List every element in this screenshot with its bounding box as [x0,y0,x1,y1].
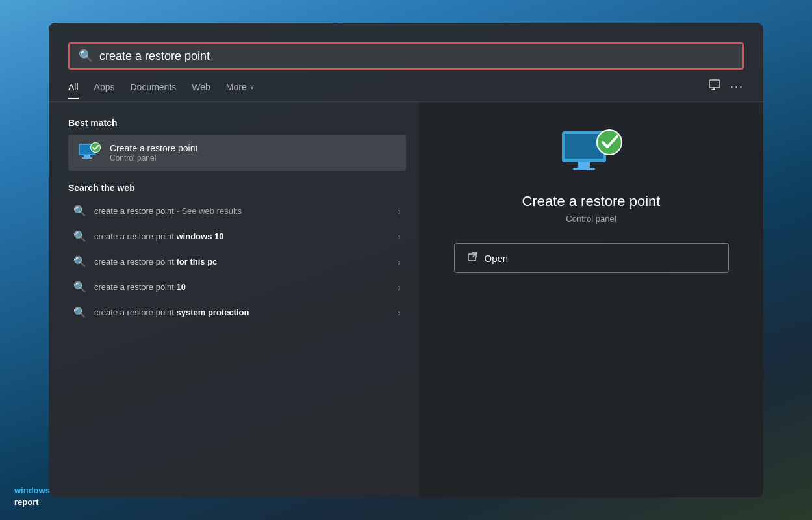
svg-rect-2 [713,88,715,89]
web-result-3[interactable]: 🔍 create a restore point 10 › [68,274,406,300]
svg-rect-1 [711,89,715,90]
tabs-row: All Apps Documents Web More ∨ ··· [49,70,763,102]
tab-web[interactable]: Web [192,82,210,99]
tabs-right-actions: ··· [708,79,744,101]
tab-more[interactable]: More ∨ [226,82,255,99]
right-panel-app-subtitle: Control panel [566,214,616,224]
svg-rect-0 [709,80,720,88]
app-icon-large [559,128,624,180]
svg-line-16 [473,253,477,257]
chevron-right-icon-0: › [398,206,401,216]
search-bar-container: 🔍 create a restore point [68,42,744,70]
chevron-right-icon-1: › [398,231,401,242]
svg-point-14 [598,131,621,154]
main-content: Best match Create a restore point Contro… [49,102,763,497]
best-match-app-icon [77,141,101,164]
web-result-text-4: create a restore point system protection [94,307,390,317]
chevron-right-icon-4: › [398,307,401,318]
svg-rect-5 [84,155,90,157]
feedback-button[interactable] [708,79,721,95]
web-result-text-0: create a restore point - See web results [94,206,390,216]
search-icon: 🔍 [79,49,93,63]
web-search-icon-1: 🔍 [73,230,86,242]
web-result-text-2: create a restore point for this pc [94,257,390,266]
search-web-title: Search the web [68,183,406,193]
best-match-title: Best match [68,118,406,128]
more-options-button[interactable]: ··· [730,80,744,94]
search-panel: 🔍 create a restore point All Apps Docume… [49,23,763,497]
right-panel-app-title: Create a restore point [522,193,661,210]
web-result-4[interactable]: 🔍 create a restore point system protecti… [68,300,406,325]
web-result-1[interactable]: 🔍 create a restore point windows 10 › [68,224,406,249]
best-match-item[interactable]: Create a restore point Control panel [68,135,406,171]
svg-rect-6 [82,157,92,159]
svg-rect-11 [578,162,590,168]
best-match-item-title: Create a restore point [110,143,197,153]
chevron-down-icon: ∨ [249,83,255,91]
web-result-2[interactable]: 🔍 create a restore point for this pc › [68,249,406,274]
chevron-right-icon-2: › [398,257,401,267]
open-external-icon [468,252,478,265]
left-panel: Best match Create a restore point Contro… [49,102,419,497]
chevron-right-icon-3: › [398,282,401,292]
web-search-icon-2: 🔍 [73,255,86,268]
web-result-text-3: create a restore point 10 [94,282,390,292]
open-button[interactable]: Open [454,243,729,273]
web-search-icon-4: 🔍 [73,306,86,318]
web-result-text-1: create a restore point windows 10 [94,231,390,241]
best-match-text: Create a restore point Control panel [110,143,197,162]
web-search-icon-0: 🔍 [73,205,86,217]
tab-documents[interactable]: Documents [130,82,176,99]
web-result-0[interactable]: 🔍 create a restore point - See web resul… [68,198,406,224]
svg-rect-12 [573,168,595,170]
tab-all[interactable]: All [68,82,79,99]
open-button-label: Open [485,253,509,264]
watermark: windows report [14,485,50,508]
best-match-item-subtitle: Control panel [110,153,197,162]
watermark-text: windows report [14,485,50,508]
tab-apps[interactable]: Apps [94,82,115,99]
web-search-icon-3: 🔍 [73,281,86,293]
search-input[interactable]: create a restore point [99,49,733,63]
right-panel: Create a restore point Control panel Ope… [419,102,763,497]
